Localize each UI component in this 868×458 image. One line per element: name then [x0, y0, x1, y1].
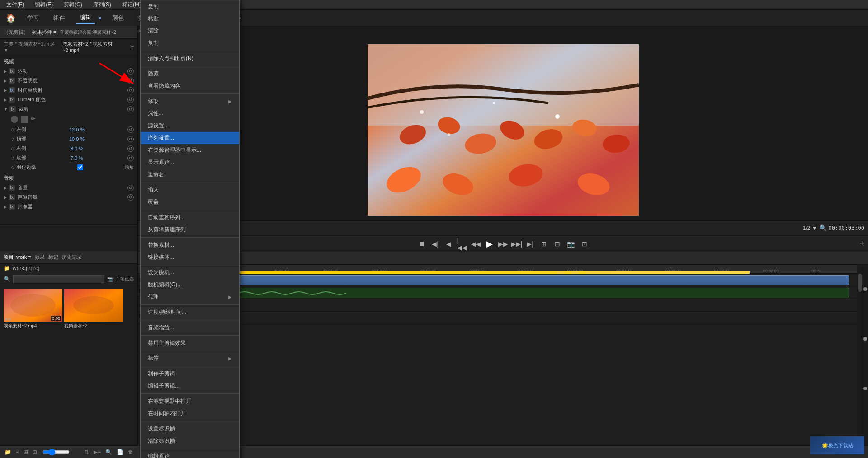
add-track-btn[interactable]: +: [859, 239, 864, 248]
ctx-clear-poster[interactable]: 清除标识帧: [141, 435, 239, 447]
camera-btn[interactable]: 📷: [566, 238, 576, 249]
nav-tab-assembly[interactable]: 组件: [50, 12, 69, 24]
time-remap-group[interactable]: ▶ fx 时间重映射 ↺: [0, 85, 137, 95]
ctx-label[interactable]: 标签 ▶: [141, 352, 239, 365]
goto-in-btn[interactable]: |◀◀: [457, 238, 468, 249]
automate-btn[interactable]: ▶≡: [93, 448, 102, 456]
thumbnail-video[interactable]: ⊞⊞ 3:00 视频素材~2.mp4: [4, 289, 62, 330]
reset-opacity[interactable]: ↺: [127, 78, 134, 84]
reset-lumetri[interactable]: ↺: [127, 97, 134, 103]
list-view-btn[interactable]: ≡: [15, 448, 20, 456]
ctx-link-media[interactable]: 链接媒体...: [141, 251, 239, 263]
ctx-duplicate[interactable]: 复制: [141, 37, 239, 49]
reset-time[interactable]: ↺: [127, 87, 134, 93]
menu-file[interactable]: 文件(F): [4, 0, 27, 9]
ctx-replace-footage[interactable]: 替换素材...: [141, 239, 239, 251]
ctx-audio-gain[interactable]: 音频增益...: [141, 322, 239, 334]
home-button[interactable]: 🏠: [5, 13, 16, 23]
ctx-copy[interactable]: 复制: [141, 0, 239, 13]
ctx-view-hidden[interactable]: 查看隐藏内容: [141, 80, 239, 92]
menu-edit[interactable]: 编辑(E): [32, 0, 56, 9]
right-reset[interactable]: ↺: [127, 145, 134, 152]
thumbnail-sequence[interactable]: 视频素材~2: [64, 289, 123, 330]
scroll-track[interactable]: [857, 265, 863, 445]
track-a1[interactable]: [174, 286, 863, 299]
keyframe-btn-left[interactable]: ◇: [11, 127, 14, 132]
top-value[interactable]: 10.0 %: [69, 136, 85, 142]
bottom-value[interactable]: 7.0 %: [71, 155, 83, 161]
left-value[interactable]: 12.0 %: [69, 127, 85, 132]
freeform-btn[interactable]: ⊡: [32, 448, 38, 456]
menu-clip[interactable]: 剪辑(C): [61, 0, 85, 9]
ctx-edit-offline[interactable]: 脱机编辑(O)...: [141, 279, 239, 291]
opacity-group[interactable]: ▶ fx 不透明度 ↺: [0, 76, 137, 85]
left-reset[interactable]: ↺: [127, 126, 134, 133]
search-btn[interactable]: 🔍: [104, 448, 113, 456]
circle-tool[interactable]: [11, 116, 18, 123]
audio-clip-a1[interactable]: [181, 288, 849, 298]
ctx-proxy[interactable]: 代理 ▶: [141, 291, 239, 303]
panel-menu-btn[interactable]: ≡: [131, 44, 134, 50]
ctx-modify[interactable]: 修改 ▶: [141, 95, 239, 107]
ctx-clear[interactable]: 清除: [141, 25, 239, 37]
tab-history[interactable]: 历史记录: [62, 254, 82, 261]
project-search-input[interactable]: [13, 275, 104, 283]
rect-tool[interactable]: [21, 116, 28, 123]
tab-effect-controls[interactable]: 效果控件 ≡: [32, 29, 56, 36]
ctx-clear-inout[interactable]: 清除入点和出点(N): [141, 52, 239, 65]
ctx-set-poster[interactable]: 设置标识帧: [141, 423, 239, 435]
ctx-new-from-clip[interactable]: 从剪辑新建序列: [141, 224, 239, 236]
ctx-make-offline[interactable]: 设为脱机...: [141, 266, 239, 279]
right-knob-2[interactable]: [863, 337, 867, 341]
zoom-slider[interactable]: [42, 449, 70, 456]
extract-btn[interactable]: ⊟: [552, 238, 563, 249]
nav-tab-edit[interactable]: 编辑: [76, 12, 95, 24]
ctx-open-source[interactable]: 在源监视器中打开: [141, 395, 239, 407]
tab-audio-mixer[interactable]: 音频剪辑混合器:视频素材~2: [60, 29, 116, 36]
ctx-paste[interactable]: 粘贴: [141, 13, 239, 25]
motion-group[interactable]: ▶ fx 运动 ↺: [0, 66, 137, 76]
track-a2[interactable]: [174, 299, 863, 312]
video-clip-v1[interactable]: 视频素材~2.mp4 [V]: [181, 275, 849, 285]
prev-edit-btn[interactable]: ◀|: [430, 238, 441, 249]
step-back-btn[interactable]: ◀: [443, 238, 454, 249]
bottom-reset[interactable]: ↺: [127, 155, 134, 161]
right-knob-3[interactable]: [863, 387, 867, 390]
sort-btn[interactable]: ⇅: [84, 448, 90, 456]
nav-tab-color[interactable]: 颜色: [108, 12, 127, 24]
ctx-insert[interactable]: 插入: [141, 184, 239, 196]
icon-view-btn[interactable]: ⊞: [23, 448, 29, 456]
track-v1[interactable]: 视频素材~2.mp4 [V]: [174, 274, 863, 286]
new-bin-btn[interactable]: 📁: [4, 448, 12, 456]
delete-btn[interactable]: 🗑: [127, 448, 134, 456]
keyframe-btn-right[interactable]: ◇: [11, 146, 14, 151]
play-btn[interactable]: ▶: [484, 238, 495, 249]
channel-vol-group[interactable]: ▶ fx 声道音量 ↺: [0, 192, 137, 202]
volume-group[interactable]: ▶ fx 音量 ↺: [0, 183, 137, 192]
lift-btn[interactable]: ⊞: [538, 238, 549, 249]
mark-in-btn[interactable]: ⏹: [416, 238, 427, 249]
step-forward-btn[interactable]: ▶|: [525, 238, 536, 249]
rewind-btn[interactable]: ◀◀: [471, 238, 481, 249]
ctx-reveal-explorer[interactable]: 在资源管理器中显示...: [141, 144, 239, 156]
ctx-speed-duration[interactable]: 速度/持续时间...: [141, 306, 239, 318]
timeline-content[interactable]: 00:00 00:00:15 00:01:00 00:01:15 00:02:0…: [174, 265, 863, 445]
right-value[interactable]: 8.0 %: [71, 146, 83, 151]
reset-channel[interactable]: ↺: [127, 194, 134, 201]
ctx-overwrite[interactable]: 覆盖: [141, 196, 239, 208]
tab-effects[interactable]: 效果: [35, 254, 45, 261]
pen-tool[interactable]: ✏: [31, 116, 38, 123]
ctx-reveal-original[interactable]: 显示原始...: [141, 156, 239, 168]
nav-tab-learn[interactable]: 学习: [24, 12, 42, 24]
top-reset[interactable]: ↺: [127, 136, 134, 142]
ctx-make-subclip[interactable]: 制作子剪辑: [141, 368, 239, 380]
crop-group[interactable]: ▼ fx 裁剪 ↺: [0, 104, 137, 114]
menu-sequence[interactable]: 序列(S): [90, 0, 114, 9]
ctx-hide[interactable]: 隐藏: [141, 68, 239, 80]
ctx-sequence-settings[interactable]: 序列设置...: [141, 132, 239, 144]
keyframe-btn-top[interactable]: ◇: [11, 136, 14, 141]
new-item-btn[interactable]: 📄: [116, 448, 124, 456]
insert-btn[interactable]: ⊡: [579, 238, 590, 249]
ff-btn[interactable]: ▶▶: [498, 238, 509, 249]
zoom-checkbox[interactable]: [77, 164, 83, 170]
